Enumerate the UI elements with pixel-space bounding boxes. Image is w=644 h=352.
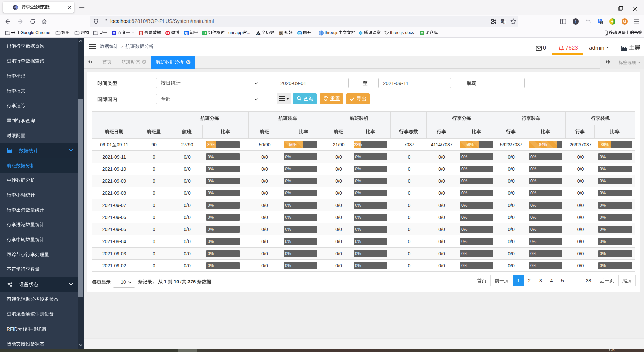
svg-text:吾: 吾: [139, 31, 143, 35]
svg-text:?: ?: [504, 21, 505, 24]
svg-text:文: 文: [601, 21, 603, 24]
svg-text:A: A: [257, 32, 259, 35]
svg-text:妖: 妖: [279, 31, 283, 35]
svg-text:1: 1: [575, 19, 577, 24]
svg-text:知: 知: [184, 31, 188, 35]
svg-text:U: U: [203, 31, 206, 35]
svg-text:国: 国: [298, 32, 301, 35]
svg-text:+: +: [611, 19, 613, 24]
svg-text:M: M: [421, 31, 423, 35]
